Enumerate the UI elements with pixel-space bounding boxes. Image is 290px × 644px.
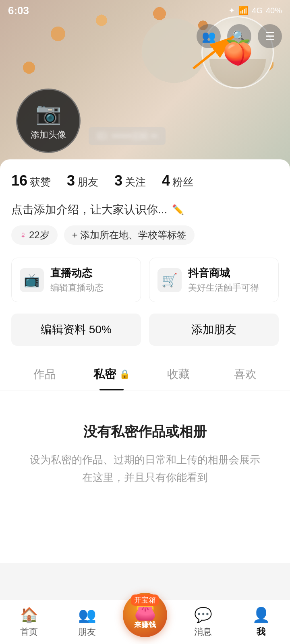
- following-label: 关注: [125, 175, 146, 189]
- features-row: 📺 直播动态 编辑直播动态 🛒 抖音商城 美好生活触手可得: [11, 258, 279, 302]
- tab-private[interactable]: 私密 🔒: [78, 359, 145, 390]
- followers-count: 4: [162, 172, 170, 189]
- wifi-icon: 📶: [238, 6, 249, 15]
- menu-icon: ☰: [265, 30, 275, 43]
- earn-label: 来赚钱: [134, 620, 156, 630]
- username-blur: ID: ••••••336 ••: [97, 130, 157, 141]
- followers-label: 粉丝: [172, 175, 193, 189]
- nav-messages[interactable]: 💬 消息: [174, 607, 232, 638]
- avatar-area[interactable]: 📷 添加头像: [16, 89, 81, 153]
- live-sub: 编辑直播动态: [50, 282, 104, 294]
- bio-text: 点击添加介绍，让大家认识你...: [11, 202, 167, 217]
- nav-earn[interactable]: 开宝箱 👛 来赚钱: [116, 593, 174, 637]
- camera-icon: 📷: [35, 101, 62, 126]
- likes-count: 16: [11, 172, 27, 189]
- stat-followers[interactable]: 4 粉丝: [162, 172, 193, 189]
- tab-collections[interactable]: 收藏: [145, 359, 212, 390]
- nav-me-label: 我: [257, 626, 265, 638]
- empty-state: 没有私密作品或相册 设为私密的作品、过期的日常和上传的相册会展示在这里，并且只有…: [11, 390, 279, 510]
- nav-home[interactable]: 🏠 首页: [0, 607, 58, 638]
- friends-icon: 👥: [202, 30, 216, 43]
- profile-banner: 🍑 👥 🔍 ☰ 📷 添加头像 ID: ••••••336 ••: [0, 0, 290, 169]
- empty-desc: 设为私密的作品、过期的日常和上传的相册会展示在这里，并且只有你能看到: [27, 451, 263, 486]
- open-box-label: 开宝箱: [131, 594, 159, 606]
- friends-icon-btn[interactable]: 👥: [197, 24, 221, 48]
- edit-profile-btn[interactable]: 编辑资料 50%: [11, 314, 141, 346]
- gender-age-tag: ♀ 22岁: [11, 225, 58, 245]
- following-count: 3: [114, 172, 122, 189]
- add-friend-btn[interactable]: 添加朋友: [149, 314, 279, 346]
- feature-live[interactable]: 📺 直播动态 编辑直播动态: [11, 258, 141, 302]
- status-time: 6:03: [8, 4, 29, 17]
- tab-likes-label: 喜欢: [234, 367, 257, 382]
- add-avatar-label: 添加头像: [31, 129, 66, 141]
- friends-count: 3: [67, 172, 75, 189]
- friends-label: 朋友: [77, 175, 98, 189]
- live-info: 直播动态 编辑直播动态: [50, 266, 104, 294]
- main-content: 16 获赞 3 朋友 3 关注 4 粉丝 点击添加介绍，让大家认识你... ✏️…: [0, 159, 290, 563]
- home-icon: 🏠: [20, 607, 38, 623]
- avatar-circle[interactable]: 📷 添加头像: [16, 89, 81, 153]
- shop-title: 抖音商城: [188, 266, 259, 280]
- empty-title: 没有私密作品或相册: [27, 423, 263, 441]
- bluetooth-icon: ✦: [228, 6, 235, 15]
- battery-icon: 40%: [266, 6, 282, 15]
- tab-works[interactable]: 作品: [11, 359, 78, 390]
- menu-icon-btn[interactable]: ☰: [258, 24, 282, 48]
- shop-info: 抖音商城 美好生活触手可得: [188, 266, 259, 294]
- likes-label: 获赞: [30, 175, 51, 189]
- me-icon: 👤: [252, 607, 270, 623]
- bottom-nav: 🏠 首页 👥 朋友 开宝箱 👛 来赚钱 💬 消息 👤 我: [0, 600, 290, 644]
- add-tag-btn[interactable]: + 添加所在地、学校等标签: [64, 225, 195, 245]
- stats-row: 16 获赞 3 朋友 3 关注 4 粉丝: [11, 172, 279, 189]
- signal-icon: 4G: [252, 6, 263, 15]
- tab-works-label: 作品: [33, 367, 56, 382]
- messages-icon: 💬: [194, 607, 212, 623]
- age-label: 22岁: [29, 229, 50, 242]
- nav-friends-label: 朋友: [78, 626, 96, 638]
- live-icon: 📺: [20, 268, 44, 292]
- nav-friends[interactable]: 👥 朋友: [58, 607, 116, 638]
- shop-icon: 🛒: [157, 268, 182, 292]
- tabs-row: 作品 私密 🔒 收藏 喜欢: [0, 359, 290, 390]
- stat-friends[interactable]: 3 朋友: [67, 172, 98, 189]
- bio-row[interactable]: 点击添加介绍，让大家认识你... ✏️: [11, 202, 279, 217]
- friends-nav-icon: 👥: [78, 607, 96, 623]
- tab-likes[interactable]: 喜欢: [212, 359, 279, 390]
- status-bar: 6:03 ✦ 📶 4G 40%: [0, 0, 290, 21]
- live-title: 直播动态: [50, 266, 104, 280]
- tab-collections-label: 收藏: [167, 367, 190, 382]
- gender-icon: ♀: [19, 229, 27, 241]
- nav-messages-label: 消息: [194, 626, 212, 638]
- earn-btn[interactable]: 开宝箱 👛 来赚钱: [123, 593, 167, 637]
- nav-home-label: 首页: [20, 626, 38, 638]
- shop-sub: 美好生活触手可得: [188, 282, 259, 294]
- stat-likes[interactable]: 16 获赞: [11, 172, 51, 189]
- lock-icon: 🔒: [119, 369, 130, 380]
- add-tag-label: + 添加所在地、学校等标签: [72, 229, 187, 242]
- action-buttons: 编辑资料 50% 添加朋友: [11, 314, 279, 346]
- stat-following[interactable]: 3 关注: [114, 172, 146, 189]
- tags-row: ♀ 22岁 + 添加所在地、学校等标签: [11, 225, 279, 245]
- username-area: ID: ••••••336 ••: [89, 127, 166, 145]
- edit-bio-icon[interactable]: ✏️: [172, 204, 184, 215]
- status-icons: ✦ 📶 4G 40%: [228, 6, 282, 15]
- feature-shop[interactable]: 🛒 抖音商城 美好生活触手可得: [149, 258, 279, 302]
- nav-me[interactable]: 👤 我: [232, 607, 290, 638]
- tab-private-label: 私密: [93, 367, 116, 382]
